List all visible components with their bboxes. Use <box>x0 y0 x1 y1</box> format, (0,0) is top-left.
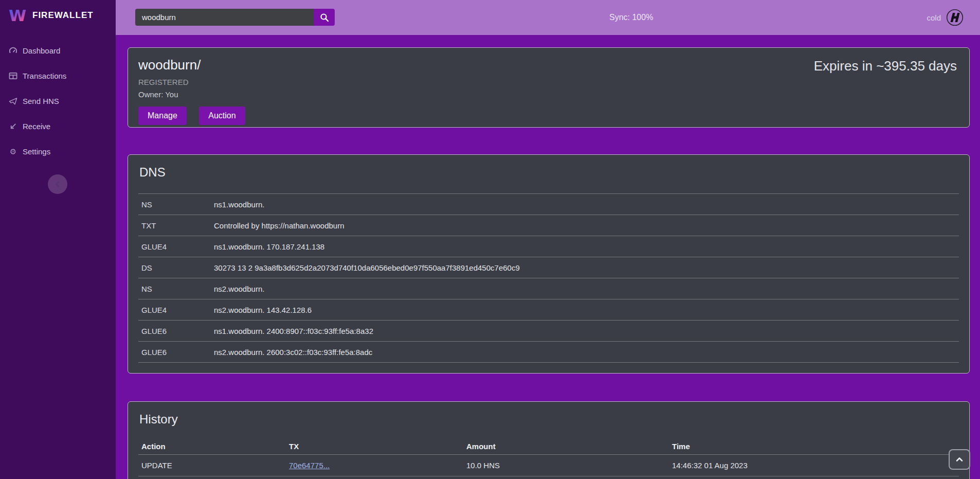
sidebar-item-label: Transactions <box>23 72 66 80</box>
dns-record-value: ns2.woodburn. 2600:3c02::f03c:93ff:fe5a:… <box>214 348 372 357</box>
dns-record-value: Controlled by https://nathan.woodburn <box>214 221 344 230</box>
expires-label: Expires in ~395.35 days <box>814 58 957 74</box>
dns-record-type: GLUE4 <box>141 242 214 251</box>
dns-record-value: 30273 13 2 9a3a8fb3d625d2a2073d740f10da6… <box>214 263 520 272</box>
dns-record-row: DS 30273 13 2 9a3a8fb3d625d2a2073d740f10… <box>138 257 959 278</box>
brand: W FIREWALLET <box>0 0 116 31</box>
sidebar-item-label: Dashboard <box>23 46 60 55</box>
settings-gear-icon: ⚙ <box>9 147 17 156</box>
history-header-row: Action TX Amount Time <box>138 438 959 454</box>
topbar: Sync: 100% cold <box>116 0 980 35</box>
history-time: 14:46:32 01 Aug 2023 <box>672 461 959 470</box>
sidebar-item-label: Settings <box>23 147 50 156</box>
svg-text:W: W <box>9 6 26 25</box>
domain-card: woodburn/ REGISTERED Owner: You Manage A… <box>128 47 970 128</box>
chevron-up-icon <box>955 456 964 463</box>
sidebar-item-settings[interactable]: ⚙ Settings <box>0 143 116 160</box>
search-group <box>135 9 335 26</box>
history-card-title: History <box>139 412 959 427</box>
history-amount: 10.0 HNS <box>466 461 672 470</box>
sidebar-nav: Dashboard Transactions Send HNS <box>0 42 116 160</box>
dns-record-type: DS <box>141 263 214 272</box>
dns-record-row: GLUE6 ns1.woodburn. 2400:8907::f03c:93ff… <box>138 321 959 342</box>
history-col-amount: Amount <box>466 442 672 451</box>
dns-record-value: ns1.woodburn. 2400:8907::f03c:93ff:fe5a:… <box>214 327 373 335</box>
sidebar-item-dashboard[interactable]: Dashboard <box>0 42 116 59</box>
history-action: UPDATE <box>141 461 289 470</box>
firewallet-logo-icon: W <box>8 6 27 25</box>
domain-status: REGISTERED <box>138 78 959 86</box>
main-content: woodburn/ REGISTERED Owner: You Manage A… <box>116 35 980 479</box>
sidebar: W FIREWALLET Dashboard Transactions <box>0 0 116 479</box>
dns-record-type: NS <box>141 285 214 293</box>
history-card: History Action TX Amount Time UPDATE 70e… <box>128 401 970 479</box>
manage-button[interactable]: Manage <box>138 107 187 125</box>
history-row: RENEW d7e64b3... 10.0 HNS 15:47:36 07 Ju… <box>138 476 959 479</box>
auction-button[interactable]: Auction <box>199 107 245 125</box>
send-plane-icon <box>9 97 17 105</box>
sidebar-item-receive[interactable]: Receive <box>0 118 116 135</box>
dns-record-value: ns1.woodburn. <box>214 200 264 209</box>
dns-card-title: DNS <box>139 165 959 180</box>
sidebar-item-label: Receive <box>23 122 50 131</box>
tx-link[interactable]: 70e64775... <box>289 461 330 470</box>
domain-owner: Owner: You <box>138 90 959 99</box>
chevron-left-icon <box>54 181 61 188</box>
history-col-tx: TX <box>289 442 466 451</box>
dns-record-type: GLUE6 <box>141 327 214 335</box>
app-title: FIREWALLET <box>32 10 94 21</box>
sidebar-collapse-button[interactable] <box>48 174 67 194</box>
wallet-group[interactable]: cold <box>927 0 964 35</box>
wallet-name: cold <box>927 13 941 22</box>
domain-actions: Manage Auction <box>138 107 959 125</box>
receive-arrow-icon <box>9 122 17 131</box>
sidebar-item-transactions[interactable]: Transactions <box>0 67 116 84</box>
sidebar-item-send-hns[interactable]: Send HNS <box>0 93 116 110</box>
dns-record-type: GLUE6 <box>141 348 214 357</box>
history-row: UPDATE 70e64775... 10.0 HNS 14:46:32 01 … <box>138 454 959 476</box>
search-button[interactable] <box>314 9 335 26</box>
scroll-to-top-button[interactable] <box>949 449 970 470</box>
sidebar-item-label: Send HNS <box>23 97 59 105</box>
dns-record-value: ns2.woodburn. <box>214 285 264 293</box>
dns-record-value: ns1.woodburn. 170.187.241.138 <box>214 242 324 251</box>
dns-record-row: NS ns2.woodburn. <box>138 278 959 299</box>
dns-record-row: GLUE6 ns2.woodburn. 2600:3c02::f03c:93ff… <box>138 342 959 363</box>
search-icon <box>320 13 329 22</box>
dns-record-row: GLUE4 ns1.woodburn. 170.187.241.138 <box>138 236 959 257</box>
transactions-table-icon <box>9 72 17 80</box>
dns-card: DNS NS ns1.woodburn. TXT Controlled by h… <box>128 154 970 374</box>
dns-record-row: TXT Controlled by https://nathan.woodbur… <box>138 215 959 236</box>
history-col-action: Action <box>141 442 289 451</box>
search-input[interactable] <box>135 9 314 26</box>
dns-record-type: NS <box>141 200 214 209</box>
history-table: Action TX Amount Time UPDATE 70e64775...… <box>138 438 959 479</box>
dns-record-type: GLUE4 <box>141 306 214 314</box>
history-col-time: Time <box>672 442 959 451</box>
dashboard-gauge-icon <box>9 46 17 55</box>
dns-table: NS ns1.woodburn. TXT Controlled by https… <box>138 193 959 363</box>
dns-record-value: ns2.woodburn. 143.42.128.6 <box>214 306 312 314</box>
hns-logo-icon <box>946 9 964 26</box>
sync-status: Sync: 100% <box>609 0 653 35</box>
dns-record-row: NS ns1.woodburn. <box>138 194 959 215</box>
dns-record-type: TXT <box>141 221 214 230</box>
dns-record-row: GLUE4 ns2.woodburn. 143.42.128.6 <box>138 299 959 321</box>
